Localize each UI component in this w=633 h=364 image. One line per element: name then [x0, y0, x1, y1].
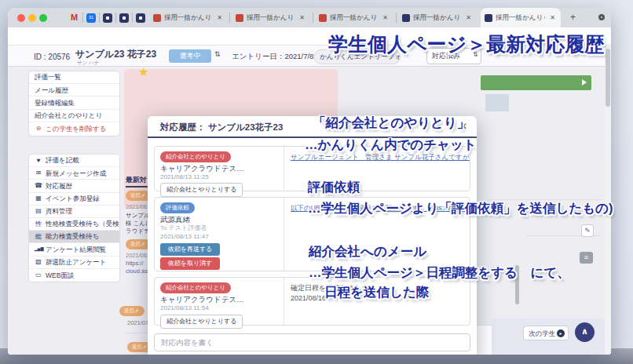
sidebar-item-response-history[interactable]: ☎対応履歴 [29, 180, 119, 192]
kanrikun-favicon-icon [402, 14, 410, 22]
browser-tab-active[interactable]: 採用一括かんりくん ✕ [481, 8, 561, 27]
annotation-title: 学生個人ページ＞最新対応履歴 [328, 35, 604, 54]
sidebar-item-agency-chat[interactable]: 紹介会社とのやりとり [29, 110, 119, 122]
sent-mail-badge: 送信メ [126, 239, 151, 249]
agency-chat-button[interactable]: 紹介会社とやりとりする [160, 315, 243, 329]
history-snippet: ラウドテ [126, 228, 150, 235]
response-note-input[interactable] [154, 333, 470, 351]
tab-close-icon[interactable]: ✕ [548, 13, 557, 23]
delete-student-link[interactable]: ⊖ この学生を削除する [29, 122, 119, 135]
traffic-light-close-icon[interactable] [17, 14, 25, 22]
student-name: サンプル23 花子23 [75, 49, 156, 59]
browser-tab[interactable]: 採用一括かんりくん ✕ [315, 8, 393, 27]
entry-sender: キャリアクラウドテス… [160, 296, 244, 304]
entry-date: 2021/08/13 11:47 [160, 234, 209, 240]
sidebar-card-links: 評価一覧 メール履歴 登録情報編集 紹介会社とのやりとり ⊖ この学生を削除する [28, 71, 120, 136]
student-id: ID : 20576 [34, 53, 70, 61]
sidebar-item-evaluations[interactable]: 評価一覧 [29, 71, 119, 84]
next-student-button[interactable]: 次の学生 ▸ [523, 326, 569, 340]
pinned-app-icon[interactable] [119, 13, 129, 23]
sidebar-card-actions: ♥評価を記載 ✉新規メッセージ作成 ☎対応履歴 ▦イベント参加登録 ▤資料管理 … [28, 154, 120, 282]
monitor-icon: ▭ [35, 272, 42, 278]
page-scrollbar-track[interactable] [605, 46, 611, 355]
background-green-bar[interactable] [481, 75, 591, 90]
history-snippet: サンプル [126, 213, 150, 219]
traffic-light-minimize-icon[interactable] [28, 14, 36, 22]
star-ribbon-icon: ★ [138, 66, 148, 78]
survey-icon: ▧ [35, 259, 42, 265]
history-panel-title: 最新対 [126, 177, 148, 187]
cancel-request-button[interactable]: 依頼を取り消す [160, 257, 220, 270]
reply-icon[interactable]: ≡ [580, 252, 593, 264]
student-name-kana: サン ハナ [77, 60, 99, 66]
screenshot-canvas: M 31 採用一括かんりくんfor中… ✕ 採用一括かんりくんfor中… ✕ [0, 0, 633, 364]
phone-icon: ☎ [35, 183, 42, 189]
kanrikun-favicon-icon [236, 14, 243, 22]
kanrikun-favicon-icon [485, 14, 492, 22]
annotation-note2-line2: …学生個人ページより「評価依頼」を送信したもの) [308, 202, 613, 215]
annotation-note1-line1: 「紹介会社とのやりとり」 [313, 116, 470, 129]
chevron-up-icon: ∧ [581, 326, 588, 336]
sidebar-item-write-evaluation[interactable]: ♥評価を記載 [29, 155, 119, 167]
sidebar-item-edit-registration[interactable]: 登録情報編集 [29, 96, 119, 109]
sidebar-item-new-message[interactable]: ✉新規メッセージ作成 [29, 167, 119, 180]
entry-sender: キャリアクラウドテス… [160, 165, 244, 173]
annotation-note2-line1: 評価依頼 [308, 180, 360, 194]
sidebar-item-ability-test[interactable]: 能能力検査受検待ち [29, 231, 119, 243]
status-badge[interactable]: 選考中 [169, 49, 211, 63]
tab-close-icon[interactable]: ✕ [215, 13, 224, 23]
play-arrow-icon [582, 79, 587, 86]
pinned-app-icon[interactable] [136, 13, 145, 23]
status-stepper-icon[interactable]: ⇅ [214, 51, 221, 58]
annotation-note3-line3: 日程を送信した際 [324, 286, 429, 299]
divider [487, 199, 602, 200]
tab-close-icon[interactable]: ✕ [464, 13, 473, 23]
sidebar-item-web-interview[interactable]: ▭WEB面談 [29, 269, 119, 282]
background-grey-box [485, 94, 509, 111]
annotation-note3-line1: 紹介会社へのメール [309, 245, 426, 258]
browser-tab[interactable]: 採用一括かんりくんfor中… ✕ [232, 8, 310, 27]
event-icon: ▦ [35, 195, 42, 202]
response-history-modal: 対応履歴： サンプル23花子23 ✕ 紹介会社とのやりとり キャリアクラウドテス… [148, 116, 477, 355]
sidebar-item-document-management[interactable]: ▤資料管理 [29, 206, 119, 218]
annotation-note3-line2: …学生個人ページ＞日程調整をする にて、 [309, 266, 570, 279]
resend-request-button[interactable]: 依頼を再送する [160, 243, 220, 256]
calendar-icon[interactable]: 31 [86, 13, 96, 23]
page-content: ID : 20576 サンプル23 花子23 サン ハナ 選考中 ⇅ エントリー… [8, 46, 611, 355]
minus-icon: ⊖ [35, 126, 42, 132]
traffic-light-zoom-icon[interactable] [39, 14, 47, 22]
tab-close-icon[interactable]: ✕ [298, 13, 306, 23]
agency-chat-badge: 紹介会社とのやりとり [160, 151, 231, 162]
new-tab-button[interactable]: + [570, 13, 576, 22]
annotation-note1-line2: …かんりくん内でのチャット [305, 138, 477, 151]
personality-test-icon: 性 [35, 221, 42, 228]
tab-close-icon[interactable]: ✕ [381, 13, 390, 23]
bar-chart-icon: ▂▅▇ [35, 247, 42, 251]
history-snippet: https:// [126, 260, 144, 267]
next-icon: ▸ [557, 329, 565, 337]
sent-mail-badge: 送信メ [126, 191, 151, 201]
page-scrollbar-thumb[interactable] [606, 49, 610, 107]
entry-date: エントリー日：2021/7/8 [232, 53, 313, 60]
history-snippet: 2021/06 [126, 253, 147, 259]
entry-message-link[interactable]: サンプルエージェント 管理さま サンプル花子さんですが、弊社にマッチしていてと… [291, 154, 470, 161]
tab-overview-icon[interactable] [598, 14, 605, 20]
sidebar-item-mail-history[interactable]: メール履歴 [29, 84, 119, 96]
heart-icon: ♥ [35, 158, 42, 164]
sidebar-item-personality-test[interactable]: 性性格検査受検待ち（受検用URL） [29, 218, 119, 231]
kanrikun-favicon-icon [319, 14, 327, 22]
sidebar-item-retention-survey[interactable]: ▧辞退防止アンケート [29, 257, 119, 269]
entry-to: To テスト評価者 [160, 225, 207, 231]
browser-tab[interactable]: 採用一括かんりくん ✕ [398, 8, 477, 27]
modal-title: 対応履歴： サンプル23花子23 [160, 123, 283, 133]
agency-chat-button[interactable]: 紹介会社とやりとりする [160, 183, 243, 197]
pinned-app-icon[interactable] [103, 13, 112, 23]
edit-icon[interactable]: ✎ [581, 224, 594, 237]
scroll-top-button[interactable]: ∧ [575, 322, 595, 342]
tab-title: 採用一括かんりくん [330, 14, 378, 21]
browser-tab[interactable]: 採用一括かんりくんfor中… ✕ [149, 8, 228, 27]
sidebar-item-event-registration[interactable]: ▦イベント参加登録 [29, 193, 119, 206]
sidebar-item-survey-results[interactable]: ▂▅▇アンケート結果閲覧 [29, 243, 119, 256]
gmail-icon[interactable]: M [71, 13, 78, 22]
entry-date: 2021/08/13 11:54 [160, 305, 209, 311]
